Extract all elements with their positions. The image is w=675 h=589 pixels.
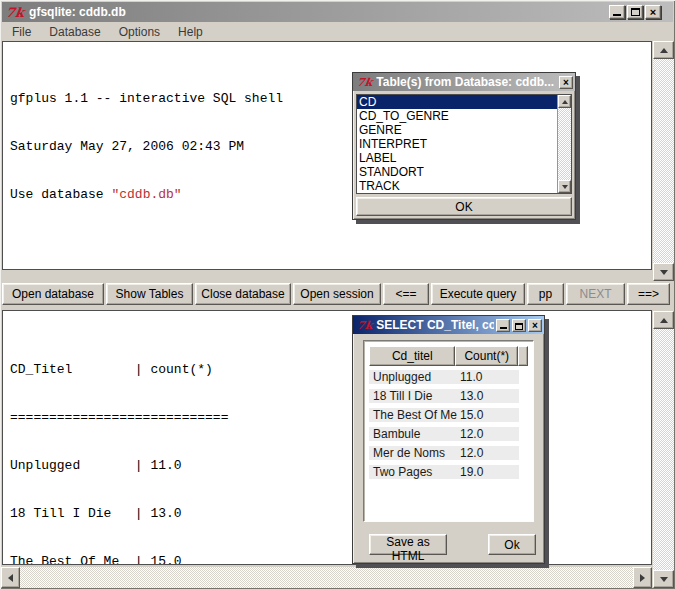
forward-button[interactable]: ==> <box>627 283 670 305</box>
shell-top-scrollbar[interactable] <box>653 41 674 281</box>
tk-app-icon: 7k <box>356 76 373 89</box>
triangle-right-icon <box>640 574 645 582</box>
menu-item-database[interactable]: Database <box>47 24 102 40</box>
triangle-up-icon <box>660 48 668 53</box>
close-icon: × <box>532 320 538 331</box>
scrollbar-up-button[interactable] <box>558 95 571 108</box>
result-header-line: CD_Titel | count(*) <box>10 362 651 378</box>
app-window: 7k gfsqlite: cddb.db × File Database Opt… <box>0 0 675 589</box>
result-dialog-title: SELECT CD_Titel, co... <box>376 318 494 332</box>
minimize-icon <box>613 14 621 16</box>
result-ok-button[interactable]: Ok <box>488 534 536 555</box>
triangle-down-icon <box>660 577 668 582</box>
execute-query-button[interactable]: Execute query <box>431 283 525 305</box>
window-title: gfsqlite: cddb.db <box>29 5 126 19</box>
close-icon: × <box>650 6 656 18</box>
column-header-count[interactable]: Count(*) <box>455 346 518 366</box>
menu-item-options[interactable]: Options <box>117 24 162 40</box>
tables-dialog-titlebar: 7k Table(s) from Database: cddb... × <box>353 73 575 91</box>
minimize-icon <box>500 327 507 329</box>
shell-line <box>10 235 651 251</box>
window-titlebar: 7k gfsqlite: cddb.db × <box>2 2 673 22</box>
list-item-standort[interactable]: STANDORT <box>357 165 557 179</box>
result-row-line: The Best Of Me | 15.0 <box>10 554 651 565</box>
triangle-up-icon <box>660 318 668 323</box>
result-dialog-titlebar: 7k SELECT CD_Titel, co... × <box>353 316 544 334</box>
triangle-up-icon <box>562 100 568 104</box>
maximize-button[interactable] <box>512 319 526 332</box>
list-item-interpret[interactable]: INTERPRET <box>357 137 557 151</box>
table-row: Bambule12.0 <box>369 427 519 441</box>
scrollbar-up-button[interactable] <box>653 41 674 59</box>
triangle-down-icon <box>660 270 668 275</box>
tables-listbox-wrap: CD CD_TO_GENRE GENRE INTERPRET LABEL STA… <box>356 94 572 194</box>
open-session-button[interactable]: Open session <box>293 283 381 305</box>
list-item-genre[interactable]: GENRE <box>357 123 557 137</box>
list-item-label[interactable]: LABEL <box>357 151 557 165</box>
show-tables-button[interactable]: Show Tables <box>106 283 193 305</box>
open-database-button[interactable]: Open database <box>2 283 104 305</box>
close-icon: × <box>563 77 569 88</box>
pp-button[interactable]: pp <box>527 283 564 305</box>
shell-output-bottom[interactable]: CD_Titel | count(*) ====================… <box>2 310 652 565</box>
close-button[interactable]: × <box>528 319 542 332</box>
maximize-icon <box>515 323 523 330</box>
list-item-cd[interactable]: CD <box>357 95 557 109</box>
tables-dialog: 7k Table(s) from Database: cddb... × CD … <box>352 72 576 220</box>
db-name-string: "cddb.db" <box>111 187 181 202</box>
maximize-icon <box>631 8 640 16</box>
close-button[interactable]: × <box>559 76 573 89</box>
scrollbar-down-button[interactable] <box>653 570 674 588</box>
window-controls: × <box>609 5 661 19</box>
triangle-down-icon <box>562 185 568 189</box>
scrollbar-right-button[interactable] <box>633 567 652 588</box>
horizontal-scrollbar[interactable] <box>1 567 652 588</box>
table-row: 18 Till I Die13.0 <box>369 389 519 403</box>
list-item-cd-to-genre[interactable]: CD_TO_GENRE <box>357 109 557 123</box>
toolbar: Open database Show Tables Close database… <box>0 283 675 307</box>
next-button: NEXT <box>566 283 625 305</box>
minimize-button[interactable] <box>496 319 510 332</box>
scrollbar-track[interactable] <box>20 567 633 588</box>
result-table-header: Cd_titel Count(*) <box>369 346 528 366</box>
tables-listbox: CD CD_TO_GENRE GENRE INTERPRET LABEL STA… <box>357 95 557 193</box>
query-result-dialog: 7k SELECT CD_Titel, co... × Cd_titel Cou… <box>352 315 545 564</box>
result-row-line: Unplugged | 11.0 <box>10 458 651 474</box>
list-item-track[interactable]: TRACK <box>357 179 557 193</box>
tk-app-icon: 7k <box>356 319 373 332</box>
close-database-button[interactable]: Close database <box>195 283 291 305</box>
scrollbar-track[interactable] <box>558 108 571 180</box>
save-as-html-button[interactable]: Save as HTML <box>369 534 447 555</box>
table-row: Mer de Noms12.0 <box>369 446 519 460</box>
menu-item-help[interactable]: Help <box>176 24 205 40</box>
scrollbar-up-button[interactable] <box>653 311 674 329</box>
result-dialog-buttons: Save as HTML Ok <box>369 534 536 555</box>
tk-app-icon: 7k <box>5 6 25 19</box>
scrollbar-track[interactable] <box>653 59 674 263</box>
result-table-body: Unplugged11.0 18 Till I Die13.0 The Best… <box>369 370 528 479</box>
result-separator-line: ============================ <box>10 410 651 426</box>
minimize-button[interactable] <box>609 5 625 19</box>
scrollbar-down-button[interactable] <box>653 263 674 281</box>
close-button[interactable]: × <box>645 5 661 19</box>
table-row: The Best Of Me15.0 <box>369 408 519 422</box>
table-row: Unplugged11.0 <box>369 370 519 384</box>
result-row-line: 18 Till I Die | 13.0 <box>10 506 651 522</box>
triangle-left-icon <box>8 574 13 582</box>
table-row: Two Pages19.0 <box>369 465 519 479</box>
result-table-panel: Cd_titel Count(*) Unplugged11.0 18 Till … <box>363 340 534 522</box>
menu-item-file[interactable]: File <box>10 24 33 40</box>
scrollbar-left-button[interactable] <box>1 567 20 588</box>
maximize-button[interactable] <box>627 5 643 19</box>
scrollbar-track[interactable] <box>653 329 674 570</box>
previous-button[interactable]: <== <box>383 283 429 305</box>
column-header-cd-titel[interactable]: Cd_titel <box>369 346 455 366</box>
shell-bottom-scrollbar[interactable] <box>653 311 674 588</box>
tables-list-scrollbar[interactable] <box>557 95 571 193</box>
column-header-stub <box>518 346 528 366</box>
menu-bar: File Database Options Help <box>2 22 673 41</box>
tables-dialog-title: Table(s) from Database: cddb... <box>376 75 557 89</box>
scrollbar-down-button[interactable] <box>558 180 571 193</box>
tables-ok-button[interactable]: OK <box>356 197 572 216</box>
